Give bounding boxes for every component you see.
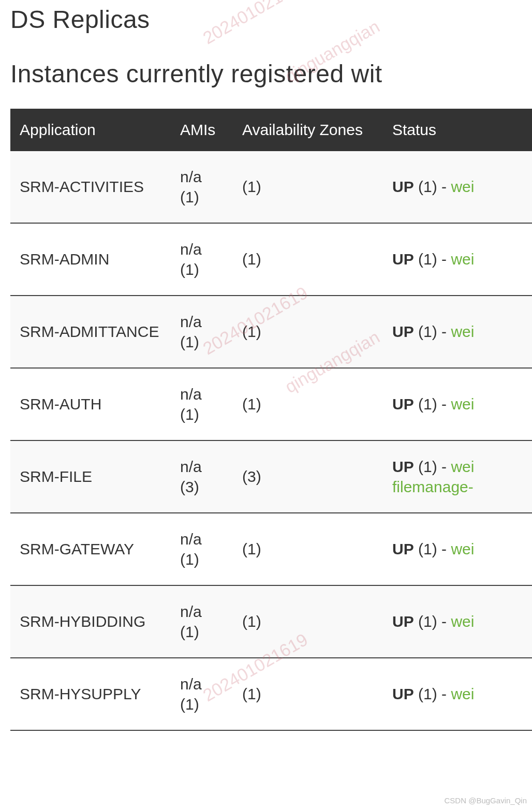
instance-link[interactable]: wei (451, 395, 474, 413)
status-up-label: UP (392, 251, 414, 268)
status-cell: UP (1) - wei (383, 368, 532, 440)
application-name: SRM-ACTIVITIES (10, 151, 171, 223)
status-up-label: UP (392, 323, 414, 340)
status-count: (1) (418, 458, 437, 475)
status-count: (1) (418, 613, 437, 630)
status-count: (1) (418, 323, 437, 340)
status-count: (1) (418, 540, 437, 557)
status-separator: - (437, 395, 451, 413)
table-row: SRM-AUTHn/a (1)(1)UP (1) - wei (10, 368, 532, 440)
col-amis: AMIs (171, 109, 233, 151)
instance-link[interactable]: wei (451, 458, 474, 475)
instance-link[interactable]: wei (451, 613, 474, 630)
col-application: Application (10, 109, 171, 151)
application-name: SRM-ADMITTANCE (10, 296, 171, 368)
instances-table: Application AMIs Availability Zones Stat… (10, 109, 532, 731)
status-cell: UP (1) - wei (383, 151, 532, 223)
status-separator: - (437, 458, 451, 475)
amis-value: n/a (3) (171, 440, 233, 513)
table-row: SRM-ADMITTANCEn/a (1)(1)UP (1) - wei (10, 296, 532, 368)
instance-link[interactable]: wei (451, 540, 474, 557)
status-separator: - (437, 323, 451, 340)
instance-link[interactable]: wei (451, 178, 474, 195)
availability-zones-value: (1) (233, 368, 383, 440)
availability-zones-value: (1) (233, 296, 383, 368)
amis-value: n/a (1) (171, 513, 233, 585)
amis-value: n/a (1) (171, 585, 233, 658)
status-separator: - (437, 540, 451, 557)
availability-zones-value: (1) (233, 513, 383, 585)
application-name: SRM-HYSUPPLY (10, 658, 171, 730)
amis-value: n/a (1) (171, 368, 233, 440)
status-separator: - (437, 251, 451, 268)
eureka-dashboard: DS Replicas Instances currently register… (0, 5, 532, 731)
status-up-label: UP (392, 685, 414, 702)
instance-link[interactable]: wei (451, 685, 474, 702)
application-name: SRM-AUTH (10, 368, 171, 440)
status-cell: UP (1) - wei (383, 296, 532, 368)
table-row: SRM-GATEWAYn/a (1)(1)UP (1) - wei (10, 513, 532, 585)
status-separator: - (437, 613, 451, 630)
table-row: SRM-ACTIVITIESn/a (1)(1)UP (1) - wei (10, 151, 532, 223)
availability-zones-value: (1) (233, 585, 383, 658)
page-title: DS Replicas (10, 5, 532, 34)
instances-heading: Instances currently registered wit (10, 60, 532, 88)
status-count: (1) (418, 395, 437, 413)
availability-zones-value: (1) (233, 658, 383, 730)
status-up-label: UP (392, 458, 414, 475)
status-count: (1) (418, 685, 437, 702)
availability-zones-value: (1) (233, 223, 383, 296)
table-row: SRM-HYBIDDINGn/a (1)(1)UP (1) - wei (10, 585, 532, 658)
status-cell: UP (1) - wei (383, 223, 532, 296)
status-separator: - (437, 178, 451, 195)
table-row: SRM-ADMINn/a (1)(1)UP (1) - wei (10, 223, 532, 296)
instance-link[interactable]: wei (451, 323, 474, 340)
table-row: SRM-FILEn/a (3)(3)UP (1) - weifilemanage… (10, 440, 532, 513)
application-name: SRM-FILE (10, 440, 171, 513)
col-status: Status (383, 109, 532, 151)
col-availability-zones: Availability Zones (233, 109, 383, 151)
application-name: SRM-GATEWAY (10, 513, 171, 585)
status-up-label: UP (392, 178, 414, 195)
amis-value: n/a (1) (171, 296, 233, 368)
availability-zones-value: (1) (233, 151, 383, 223)
status-cell: UP (1) - wei (383, 658, 532, 730)
status-cell: UP (1) - weifilemanage- (383, 440, 532, 513)
status-separator: - (437, 685, 451, 702)
table-row: SRM-HYSUPPLYn/a (1)(1)UP (1) - wei (10, 658, 532, 730)
application-name: SRM-ADMIN (10, 223, 171, 296)
instance-link[interactable]: wei (451, 251, 474, 268)
instance-link[interactable]: filemanage- (392, 478, 474, 495)
status-up-label: UP (392, 540, 414, 557)
status-cell: UP (1) - wei (383, 585, 532, 658)
status-up-label: UP (392, 613, 414, 630)
amis-value: n/a (1) (171, 223, 233, 296)
status-up-label: UP (392, 395, 414, 413)
availability-zones-value: (3) (233, 440, 383, 513)
table-header-row: Application AMIs Availability Zones Stat… (10, 109, 532, 151)
application-name: SRM-HYBIDDING (10, 585, 171, 658)
amis-value: n/a (1) (171, 151, 233, 223)
status-count: (1) (418, 178, 437, 195)
amis-value: n/a (1) (171, 658, 233, 730)
status-cell: UP (1) - wei (383, 513, 532, 585)
status-count: (1) (418, 251, 437, 268)
